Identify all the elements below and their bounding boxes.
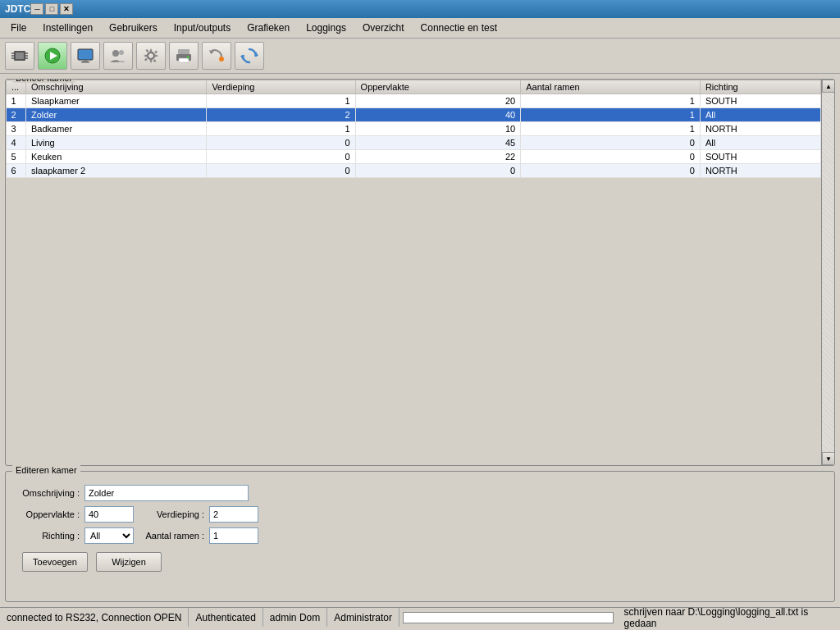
status-bar: connected to RS232, Connection OPEN Auth… — [0, 607, 840, 627]
menu-instellingen[interactable]: Instellingen — [35, 20, 100, 36]
table-row[interactable]: 2 Zolder 2 40 1 All — [7, 108, 821, 122]
cell-id: 2 — [7, 108, 26, 122]
menu-bar: File Instellingen Gebruikers Input/outpu… — [0, 18, 840, 39]
svg-rect-1 — [16, 52, 24, 59]
svg-point-19 — [187, 57, 189, 59]
table-row[interactable]: 4 Living 0 45 0 All — [7, 136, 821, 150]
svg-rect-10 — [78, 49, 93, 60]
auth-status: Authenticated — [189, 608, 262, 627]
user-text: admin Dom — [270, 612, 320, 623]
cell-id: 3 — [7, 122, 26, 136]
oppervlakte-label: Oppervlakte : — [14, 509, 80, 519]
log-status: schrijven naar D:\Logging\logging_all.tx… — [617, 606, 840, 629]
svg-rect-12 — [81, 62, 89, 63]
col-verdieping: Verdieping — [207, 80, 355, 94]
aantal-ramen-input[interactable] — [209, 527, 258, 544]
svg-point-21 — [219, 57, 224, 62]
undo-button[interactable] — [202, 42, 231, 70]
col-richting: Richting — [700, 80, 820, 94]
print-button[interactable] — [169, 42, 199, 70]
table-panel: Beheer kamer ... Omschrijving Verdieping… — [5, 79, 835, 466]
scroll-track[interactable] — [822, 93, 834, 452]
minimize-button[interactable]: ─ — [30, 3, 43, 15]
scroll-up-button[interactable]: ▲ — [822, 80, 834, 93]
cell-richting: All — [700, 108, 820, 122]
progress-bar — [403, 612, 614, 623]
refresh-button[interactable] — [235, 42, 264, 70]
toevoegen-button[interactable]: Toevoegen — [22, 552, 88, 572]
vertical-scrollbar[interactable]: ▲ ▼ — [821, 80, 834, 465]
table-header-row: ... Omschrijving Verdieping Oppervlakte … — [7, 80, 821, 94]
cell-id: 4 — [7, 136, 26, 150]
menu-gebruikers[interactable]: Gebruikers — [102, 20, 165, 36]
connection-status: connected to RS232, Connection OPEN — [0, 608, 189, 627]
cell-omschrijving: Living — [26, 136, 207, 150]
svg-rect-16 — [178, 49, 189, 54]
users-button[interactable] — [103, 42, 133, 70]
table-row[interactable]: 5 Keuken 0 22 0 SOUTH — [7, 150, 821, 164]
cell-oppervlakte: 0 — [355, 164, 521, 178]
oppervlakte-input[interactable] — [84, 506, 134, 523]
cell-verdieping: 0 — [207, 136, 355, 150]
cell-verdieping: 1 — [207, 94, 355, 108]
table-row[interactable]: 3 Badkamer 1 10 1 NORTH — [7, 122, 821, 136]
menu-grafieken[interactable]: Grafieken — [240, 20, 297, 36]
cell-verdieping: 1 — [207, 122, 355, 136]
cell-richting: All — [700, 136, 820, 150]
cell-omschrijving: Badkamer — [26, 122, 207, 136]
settings-button[interactable] — [136, 42, 166, 70]
cell-oppervlakte: 10 — [355, 122, 521, 136]
cell-oppervlakte: 40 — [355, 108, 521, 122]
aantal-ramen-label: Aantal ramen : — [139, 531, 204, 541]
kamer-table: ... Omschrijving Verdieping Oppervlakte … — [6, 80, 821, 178]
maximize-button[interactable]: □ — [45, 3, 58, 15]
cell-oppervlakte: 45 — [355, 136, 521, 150]
cell-richting: NORTH — [700, 122, 820, 136]
wijzigen-button[interactable]: Wijzigen — [96, 552, 162, 572]
close-button[interactable]: ✕ — [60, 3, 73, 15]
auth-text: Authenticated — [195, 612, 255, 623]
svg-point-15 — [148, 52, 154, 59]
table-scroll-area: ... Omschrijving Verdieping Oppervlakte … — [6, 80, 821, 465]
cell-verdieping: 2 — [207, 108, 355, 122]
menu-loggings[interactable]: Loggings — [299, 20, 354, 36]
screen-button[interactable] — [71, 42, 100, 70]
cell-oppervlakte: 20 — [355, 94, 521, 108]
cell-id: 5 — [7, 150, 26, 164]
richting-label: Richting : — [14, 531, 80, 541]
table-row[interactable]: 1 Slaapkamer 1 20 1 SOUTH — [7, 94, 821, 108]
role-text: Administrator — [334, 612, 392, 623]
svg-rect-11 — [83, 60, 88, 62]
table-row[interactable]: 6 slaapkamer 2 0 0 0 NORTH — [7, 164, 821, 178]
menu-connectie[interactable]: Connectie en test — [413, 20, 504, 36]
menu-file[interactable]: File — [3, 20, 34, 36]
cell-aantal-ramen: 0 — [521, 136, 701, 150]
cell-omschrijving: Slaapkamer — [26, 94, 207, 108]
cell-aantal-ramen: 1 — [521, 94, 701, 108]
cell-aantal-ramen: 0 — [521, 164, 701, 178]
title-bar-title: JDTC — [5, 3, 30, 15]
chip-button[interactable] — [5, 42, 34, 70]
svg-point-14 — [119, 50, 124, 55]
omschrijving-row: Omschrijving : — [14, 485, 826, 501]
omschrijving-input[interactable] — [84, 485, 249, 501]
omschrijving-label: Omschrijving : — [14, 488, 80, 498]
cell-richting: SOUTH — [700, 94, 820, 108]
cell-id: 1 — [7, 94, 26, 108]
form-buttons: Toevoegen Wijzigen — [14, 552, 826, 572]
scroll-down-button[interactable]: ▼ — [822, 452, 834, 465]
play-button[interactable] — [38, 42, 67, 70]
cell-aantal-ramen: 1 — [521, 108, 701, 122]
cell-oppervlakte: 22 — [355, 150, 521, 164]
cell-omschrijving: Zolder — [26, 108, 207, 122]
menu-inputs[interactable]: Input/outputs — [167, 20, 238, 36]
edit-panel-title: Editeren kamer — [12, 465, 80, 475]
col-oppervlakte: Oppervlakte — [355, 80, 521, 94]
table-area: ... Omschrijving Verdieping Oppervlakte … — [6, 80, 834, 465]
svg-rect-18 — [179, 58, 189, 62]
richting-select[interactable]: All NORTH SOUTH EAST WEST — [84, 527, 134, 544]
col-aantal-ramen: Aantal ramen — [521, 80, 701, 94]
menu-overzicht[interactable]: Overzicht — [355, 20, 412, 36]
cell-aantal-ramen: 1 — [521, 122, 701, 136]
verdieping-input[interactable] — [209, 506, 258, 523]
